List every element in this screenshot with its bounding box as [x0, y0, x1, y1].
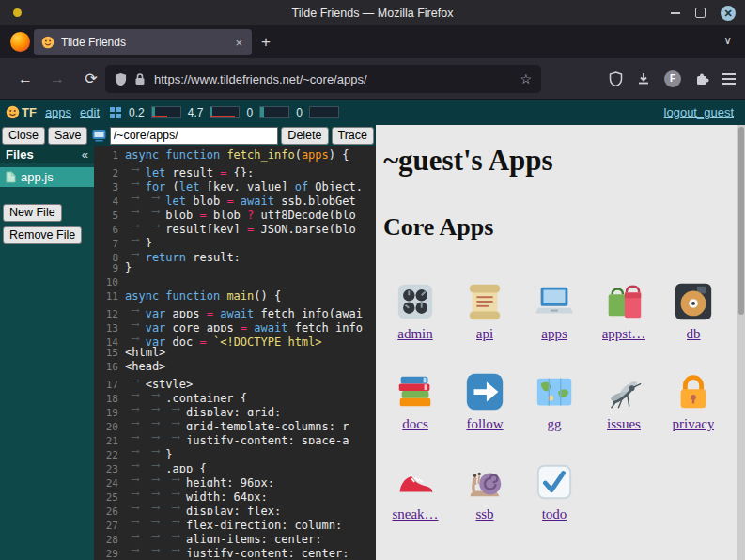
code-line[interactable]: 23⟶⟶.app {	[94, 459, 376, 473]
code-line[interactable]: 20⟶⟶⟶grid-template-columns: r	[94, 416, 376, 430]
back-button[interactable]: ←	[13, 68, 38, 90]
path-input[interactable]	[110, 127, 279, 145]
app-tile-admin[interactable]: admin	[383, 266, 447, 356]
code-line[interactable]: 21⟶⟶⟶justify-content: space-a	[94, 430, 376, 444]
gauge-meter	[151, 106, 181, 118]
lock-icon[interactable]	[134, 72, 146, 86]
screen: Tilde Friends — Mozilla Firefox ✕ Tilde …	[0, 0, 745, 560]
url-bar[interactable]: https://www.tildefriends.net/~core/apps/…	[105, 65, 541, 93]
logout-link[interactable]: logout_guest	[664, 105, 734, 119]
gauge-value: 0	[246, 106, 253, 119]
scrollbar-thumb[interactable]	[738, 127, 744, 315]
tab-close-icon[interactable]: ×	[233, 36, 244, 50]
app-icon-button[interactable]	[90, 128, 106, 144]
code-line[interactable]: 22⟶⟶}	[94, 444, 376, 459]
app-tile-issues[interactable]: issues	[592, 356, 656, 446]
code-editor[interactable]: 1async function fetch_info(apps) {2⟶let …	[94, 146, 376, 560]
code-line[interactable]: 26⟶⟶⟶display: flex;	[94, 501, 376, 515]
app-label: apps	[541, 326, 567, 342]
code-line[interactable]: 12⟶var apps = await fetch_info(awai	[94, 303, 376, 318]
page-title: ~guest's Apps	[383, 144, 737, 178]
code-line[interactable]: 24⟶⟶⟶height: 96px;	[94, 473, 376, 487]
app-tile-api[interactable]: api	[453, 266, 517, 356]
app-tile-privacy[interactable]: privacy	[661, 356, 725, 446]
app-tile-appstore[interactable]: appst…	[592, 266, 656, 356]
menu-icon[interactable]	[722, 70, 736, 87]
file-icon	[6, 171, 16, 183]
code-line[interactable]: 29⟶⟶⟶justify-content: center;	[94, 543, 376, 557]
minimize-icon[interactable]	[671, 12, 680, 14]
code-line[interactable]: 13⟶var core_apps = await fetch_info	[94, 318, 376, 332]
gauge-meter	[259, 106, 289, 118]
tf-home-link[interactable]: TF	[22, 105, 37, 119]
trace-button[interactable]: Trace	[332, 127, 375, 145]
app-label: sneak…	[392, 506, 438, 522]
close-button[interactable]: Close	[2, 127, 45, 145]
code-line[interactable]: 7⟶}	[94, 233, 376, 247]
files-header-label: Files	[6, 148, 34, 162]
extensions-puzzle-icon[interactable]	[694, 71, 709, 86]
code-line[interactable]: 18⟶⟶.container {	[94, 388, 376, 402]
code-line[interactable]: 14⟶var doc = `<!DOCTYPE html>	[94, 332, 376, 346]
shopping-bags-icon	[602, 280, 645, 323]
code-line[interactable]: 10	[94, 275, 376, 289]
code-line[interactable]: 9}	[94, 261, 376, 275]
app-tile-ssb[interactable]: ssb	[453, 446, 517, 537]
new-tab-button[interactable]: +	[261, 33, 271, 52]
apps-panel: ~guest's Apps Core Apps admin	[376, 125, 737, 560]
remove-file-button[interactable]: Remove File	[3, 226, 82, 244]
app-tile-todo[interactable]: todo	[522, 446, 586, 537]
tab-tilde-friends[interactable]: Tilde Friends ×	[34, 29, 252, 55]
permissions-shield-icon[interactable]	[609, 71, 623, 86]
reload-button[interactable]: ⟳	[79, 68, 103, 90]
url-text[interactable]: https://www.tildefriends.net/~core/apps/	[154, 72, 520, 86]
account-button[interactable]: F	[664, 70, 681, 87]
new-file-button[interactable]: New File	[3, 204, 62, 222]
tracking-shield-icon[interactable]	[115, 72, 127, 86]
code-line[interactable]: 15<html>	[94, 346, 376, 360]
map-icon	[533, 370, 576, 413]
app-tile-follow[interactable]: follow	[453, 356, 517, 446]
app-tile-apps[interactable]: apps	[522, 266, 586, 356]
code-line[interactable]: 19⟶⟶⟶display: grid;	[94, 402, 376, 416]
section-title: Core Apps	[383, 213, 737, 241]
app-tile-gg[interactable]: gg	[522, 356, 586, 446]
code-line[interactable]: 25⟶⟶⟶width: 64px;	[94, 487, 376, 501]
app-tile-docs[interactable]: docs	[383, 356, 447, 446]
code-line[interactable]: 3⟶for (let [key, value] of Object.	[94, 177, 376, 191]
smiley-favicon-icon	[41, 36, 54, 49]
app-label: ssb	[475, 506, 493, 522]
bookmark-star-icon[interactable]: ☆	[520, 71, 532, 86]
grid-icon[interactable]	[110, 107, 121, 118]
maximize-icon[interactable]	[695, 8, 706, 18]
editor-pane: Close Save Delete Trace Files «	[0, 125, 376, 560]
code-line[interactable]: 27⟶⟶⟶flex-direction: column;	[94, 515, 376, 529]
code-line[interactable]: 2⟶let result = {};	[94, 163, 376, 177]
code-line[interactable]: 11async function main() {	[94, 289, 376, 303]
app-tile-db[interactable]: db	[661, 266, 725, 356]
code-line[interactable]: 16<head>	[94, 360, 376, 374]
disc-icon	[672, 280, 715, 323]
code-line[interactable]: 6⟶⟶result[key] = JSON.parse(blo	[94, 219, 376, 233]
save-button[interactable]: Save	[48, 127, 88, 145]
file-item-appjs[interactable]: app.js	[0, 167, 94, 187]
window-title: Tilde Friends — Mozilla Firefox	[292, 7, 454, 20]
forward-button[interactable]: →	[45, 68, 70, 90]
list-tabs-chevron-icon[interactable]: ∨	[723, 34, 732, 47]
code-line[interactable]: 5⟶⟶blob = blob ? utf8Decode(blo	[94, 205, 376, 219]
delete-button[interactable]: Delete	[281, 127, 328, 145]
collapse-sidebar-icon[interactable]: «	[82, 148, 88, 162]
app-tile-sneakernet[interactable]: sneak…	[383, 446, 447, 537]
edit-link[interactable]: edit	[80, 105, 100, 119]
code-line[interactable]: 4⟶⟶let blob = await ssb.blobGet	[94, 191, 376, 205]
code-line[interactable]: 28⟶⟶⟶align-items: center;	[94, 529, 376, 543]
code-line[interactable]: 17⟶<style>	[94, 374, 376, 388]
downloads-icon[interactable]	[636, 71, 651, 86]
code-line[interactable]: 8⟶return result;	[94, 247, 376, 261]
close-window-icon[interactable]: ✕	[721, 6, 736, 21]
snail-icon	[463, 460, 506, 504]
app-label: admin	[397, 326, 433, 342]
code-line[interactable]: 1async function fetch_info(apps) {	[94, 148, 376, 163]
apps-link[interactable]: apps	[45, 105, 71, 119]
scrollbar-track[interactable]	[737, 125, 745, 560]
